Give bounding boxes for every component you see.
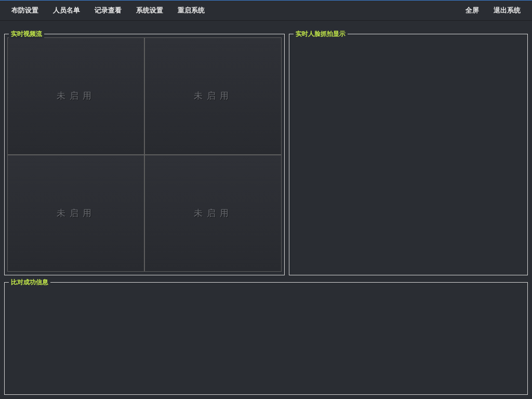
panel-title-match: 比对成功信息 <box>9 278 50 287</box>
content-area: 实时视频流 未启用 未启用 未启用 未启用 实时人脸抓拍显示 比对成功信息 <box>4 29 528 395</box>
panel-realtime-video: 实时视频流 未启用 未启用 未启用 未启用 <box>4 34 285 275</box>
video-cell-3[interactable]: 未启用 <box>7 155 144 272</box>
video-cell-4[interactable]: 未启用 <box>144 155 282 272</box>
video-cell-1[interactable]: 未启用 <box>7 37 144 155</box>
menubar: 布防设置 人员名单 记录查看 系统设置 重启系统 全屏 退出系统 <box>0 0 532 21</box>
video-grid: 未启用 未启用 未启用 未启用 <box>7 37 282 272</box>
video-cell-2[interactable]: 未启用 <box>144 37 282 155</box>
menu-record-view[interactable]: 记录查看 <box>87 3 129 18</box>
top-border-accent <box>0 0 532 1</box>
menu-defense-settings[interactable]: 布防设置 <box>4 3 46 18</box>
menu-exit-system[interactable]: 退出系统 <box>486 3 528 18</box>
menu-left-group: 布防设置 人员名单 记录查看 系统设置 重启系统 <box>4 3 212 18</box>
panel-match-info: 比对成功信息 <box>4 282 528 395</box>
menu-restart-system[interactable]: 重启系统 <box>170 3 212 18</box>
panel-title-face: 实时人脸抓拍显示 <box>294 30 348 38</box>
menu-personnel-list[interactable]: 人员名单 <box>46 3 87 18</box>
panel-face-capture: 实时人脸抓拍显示 <box>289 34 528 275</box>
menu-system-settings[interactable]: 系统设置 <box>129 3 170 18</box>
menu-right-group: 全屏 退出系统 <box>458 3 528 18</box>
menu-fullscreen[interactable]: 全屏 <box>458 3 486 18</box>
panel-title-video: 实时视频流 <box>9 30 44 38</box>
